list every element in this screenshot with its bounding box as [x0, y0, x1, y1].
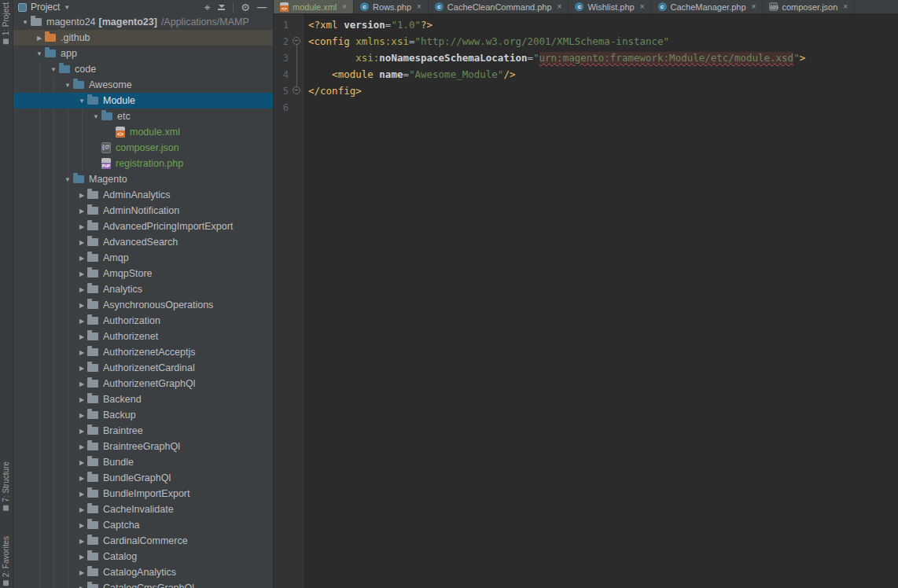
- collapse-icon[interactable]: [217, 5, 226, 10]
- project-view-selector[interactable]: Project: [31, 2, 60, 13]
- code-line[interactable]: 5−</config>: [274, 83, 898, 99]
- tab-wishlist-php[interactable]: cWishlist.php×: [569, 0, 651, 13]
- tree-item-adminanalytics[interactable]: ▶AdminAnalytics: [13, 187, 273, 203]
- tree-item-asynchronousoperations[interactable]: ▶AsynchronousOperations: [13, 297, 273, 313]
- tree-item-braintreegraphql[interactable]: ▶BraintreeGraphQl: [13, 439, 273, 454]
- gear-icon[interactable]: ⚙: [241, 2, 250, 13]
- tree-item-catalog[interactable]: ▶Catalog: [13, 549, 273, 564]
- hide-panel-icon[interactable]: —: [257, 2, 267, 13]
- tree-item-cardinalcommerce[interactable]: ▶CardinalCommerce: [13, 533, 273, 549]
- tree-item-adminnotification[interactable]: ▶AdminNotification: [13, 203, 273, 219]
- code-editor[interactable]: 1<?xml version="1.0"?>2−<config xmlns:xs…: [274, 14, 898, 588]
- tree-item-cataloganalytics[interactable]: ▶CatalogAnalytics: [13, 564, 273, 580]
- tree-item-bundleimportexport[interactable]: ▶BundleImportExport: [13, 486, 273, 502]
- expand-arrow-closed[interactable]: ▶: [76, 349, 87, 356]
- tab-cachemanager-php[interactable]: cCacheManager.php×: [652, 0, 764, 13]
- expand-arrow-closed[interactable]: ▶: [76, 475, 87, 482]
- tree-item-bundle[interactable]: ▶Bundle: [13, 454, 273, 470]
- tree-item-module-xml[interactable]: <>module.xml: [13, 124, 273, 140]
- expand-arrow-closed[interactable]: ▶: [76, 380, 87, 388]
- tree-item-backend[interactable]: ▶Backend: [13, 391, 273, 407]
- close-icon[interactable]: ×: [640, 2, 645, 11]
- tree-item-amqpstore[interactable]: ▶AmqpStore: [13, 266, 273, 281]
- tool-window-button-structure[interactable]: 7: Structure: [2, 461, 10, 511]
- close-icon[interactable]: ×: [558, 2, 562, 11]
- expand-arrow-open[interactable]: ▼: [76, 97, 87, 105]
- code-line[interactable]: 2−<config xmlns:xsi="http://www.w3.org/2…: [274, 33, 898, 50]
- close-icon[interactable]: ×: [342, 2, 347, 11]
- expand-arrow-closed[interactable]: ▶: [34, 35, 45, 42]
- tree-item-authorizenetacceptjs[interactable]: ▶AuthorizenetAcceptjs: [13, 344, 273, 360]
- expand-arrow-closed[interactable]: ▶: [76, 192, 87, 199]
- expand-arrow-closed[interactable]: ▶: [76, 208, 87, 215]
- code-line[interactable]: 6: [274, 99, 898, 116]
- expand-arrow-closed[interactable]: ▶: [76, 522, 87, 529]
- tree-item-braintree[interactable]: ▶Braintree: [13, 423, 273, 439]
- tree-item-etc[interactable]: ▼etc: [13, 108, 273, 124]
- expand-arrow-closed[interactable]: ▶: [76, 223, 87, 230]
- expand-arrow-closed[interactable]: ▶: [76, 538, 87, 545]
- tree-item-app[interactable]: ▼app: [13, 46, 273, 61]
- tree-item-advancedsearch[interactable]: ▶AdvancedSearch: [13, 234, 273, 250]
- expand-arrow-closed[interactable]: ▶: [76, 443, 87, 450]
- tree-item-advancedpricingimportexport[interactable]: ▶AdvancedPricingImportExport: [13, 219, 273, 234]
- tree-item-authorizenetcardinal[interactable]: ▶AuthorizenetCardinal: [13, 360, 273, 376]
- tree-item-registration-php[interactable]: PHPregistration.php: [13, 156, 273, 171]
- tree-item-bundlegraphql[interactable]: ▶BundleGraphQl: [13, 470, 273, 486]
- close-icon[interactable]: ×: [752, 2, 756, 11]
- expand-arrow-open[interactable]: ▼: [62, 82, 73, 89]
- expand-arrow-closed[interactable]: ▶: [76, 459, 87, 466]
- tree-item-code[interactable]: ▼code: [13, 61, 273, 77]
- fold-marker[interactable]: [291, 50, 304, 66]
- expand-arrow-closed[interactable]: ▶: [76, 428, 87, 435]
- expand-arrow-closed[interactable]: ▶: [76, 286, 87, 293]
- tab-cachecleancommand-php[interactable]: cCacheCleanCommand.php×: [429, 0, 569, 13]
- tree-item-catalogcmsgraphql[interactable]: ▶CatalogCmsGraphQl: [13, 580, 273, 588]
- fold-marker[interactable]: [291, 66, 304, 83]
- tree-item-composer-json[interactable]: {@}composer.json: [13, 140, 273, 156]
- tree-item-backup[interactable]: ▶Backup: [13, 407, 273, 423]
- tool-window-button-project[interactable]: 1: Project: [2, 2, 10, 44]
- code-line[interactable]: 1<?xml version="1.0"?>: [274, 17, 898, 33]
- expand-arrow-open[interactable]: ▼: [90, 113, 101, 120]
- expand-arrow-closed[interactable]: ▶: [76, 396, 87, 403]
- tree-item-authorizenetgraphql[interactable]: ▶AuthorizenetGraphQl: [13, 376, 273, 391]
- expand-arrow-closed[interactable]: ▶: [76, 302, 87, 309]
- code-line[interactable]: 4 <module name="Awesome_Module"/>: [274, 66, 898, 83]
- expand-arrow-closed[interactable]: ▶: [76, 270, 87, 277]
- tree-item-module[interactable]: ▼Module: [13, 93, 273, 108]
- tree-item-captcha[interactable]: ▶Captcha: [13, 517, 273, 533]
- tab-rows-php[interactable]: cRows.php×: [354, 0, 429, 13]
- expand-arrow-closed[interactable]: ▶: [76, 333, 87, 340]
- tree-item-magento[interactable]: ▼Magento: [13, 171, 273, 187]
- tree-item-cacheinvalidate[interactable]: ▶CacheInvalidate: [13, 502, 273, 517]
- tab-module-xml[interactable]: <>module.xml×: [274, 0, 354, 13]
- expand-arrow-open[interactable]: ▼: [34, 50, 45, 57]
- expand-arrow-closed[interactable]: ▶: [76, 365, 87, 372]
- tab-composer-json[interactable]: {@}composer.json×: [763, 0, 855, 13]
- tree-item-authorizenet[interactable]: ▶Authorizenet: [13, 329, 273, 344]
- fold-marker[interactable]: −: [291, 83, 304, 99]
- expand-arrow-closed[interactable]: ▶: [76, 491, 87, 498]
- close-icon[interactable]: ×: [843, 2, 848, 11]
- tree-item-authorization[interactable]: ▶Authorization: [13, 313, 273, 329]
- tree-item-analytics[interactable]: ▶Analytics: [13, 281, 273, 297]
- tool-window-button-favorites[interactable]: 2: Favorites: [2, 536, 10, 586]
- expand-arrow-closed[interactable]: ▶: [76, 255, 87, 262]
- chevron-down-icon[interactable]: ▼: [64, 4, 70, 11]
- tree-item-magento24[interactable]: ▼magento24[magento23]/Applications/MAMP: [13, 14, 273, 30]
- expand-arrow-closed[interactable]: ▶: [76, 569, 87, 576]
- expand-arrow-closed[interactable]: ▶: [76, 506, 87, 513]
- locate-icon[interactable]: ⌖: [204, 2, 210, 13]
- tree-item--github[interactable]: ▶.github: [13, 30, 273, 46]
- expand-arrow-open[interactable]: ▼: [20, 19, 31, 26]
- project-tree[interactable]: ▼magento24[magento23]/Applications/MAMP▶…: [13, 14, 273, 588]
- expand-arrow-open[interactable]: ▼: [62, 176, 73, 183]
- tree-item-awesome[interactable]: ▼Awesome: [13, 77, 273, 93]
- fold-marker[interactable]: −: [291, 33, 304, 50]
- expand-arrow-closed[interactable]: ▶: [76, 412, 87, 419]
- expand-arrow-open[interactable]: ▼: [48, 66, 59, 73]
- expand-arrow-closed[interactable]: ▶: [76, 553, 87, 560]
- tree-item-amqp[interactable]: ▶Amqp: [13, 250, 273, 266]
- close-icon[interactable]: ×: [417, 2, 421, 11]
